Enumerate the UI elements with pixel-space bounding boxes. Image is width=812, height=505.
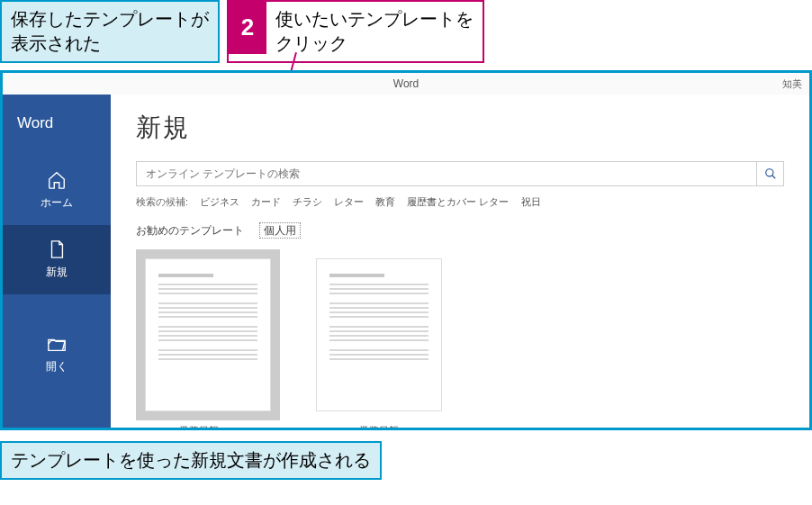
sidebar-item-open[interactable]: 開く bbox=[3, 320, 111, 389]
search-icon bbox=[764, 167, 777, 180]
suggest-link[interactable]: 履歴書とカバー レター bbox=[407, 196, 509, 207]
app-title: Word bbox=[393, 77, 419, 90]
step-number: 2 bbox=[229, 2, 266, 54]
callout-text: 保存したテンプレートが 表示された bbox=[11, 9, 209, 53]
app-logo: Word bbox=[3, 95, 111, 156]
sidebar-item-home[interactable]: ホーム bbox=[3, 156, 111, 225]
callout-result: テンプレートを使った新規文書が作成される bbox=[0, 441, 382, 480]
sidebar-label: 新規 bbox=[46, 265, 68, 280]
callout-text: 使いたいテンプレートを クリック bbox=[266, 2, 483, 61]
suggest-link[interactable]: 教育 bbox=[375, 196, 395, 207]
suggest-link[interactable]: 祝日 bbox=[521, 196, 541, 207]
template-label: 業務日報 bbox=[179, 424, 219, 428]
callout-text: テンプレートを使った新規文書が作成される bbox=[11, 450, 371, 470]
callout-saved-templates: 保存したテンプレートが 表示された bbox=[0, 0, 220, 63]
callout-step-2: 2 使いたいテンプレートを クリック bbox=[227, 0, 484, 63]
template-thumbnail bbox=[316, 258, 442, 411]
document-icon bbox=[47, 239, 67, 259]
tab-recommended[interactable]: お勧めのテンプレート bbox=[136, 224, 244, 237]
sidebar-label: ホーム bbox=[41, 195, 73, 211]
user-name: 知美 bbox=[782, 77, 802, 91]
template-card[interactable]: 業務日報 bbox=[307, 249, 451, 428]
search-input[interactable] bbox=[136, 161, 757, 186]
titlebar: Word 知美 bbox=[3, 73, 809, 95]
sidebar-label: 開く bbox=[46, 359, 68, 374]
suggest-link[interactable]: ビジネス bbox=[200, 196, 239, 207]
tab-personal[interactable]: 個人用 bbox=[259, 222, 301, 239]
word-window: Word 知美 Word ホーム 新規 開く bbox=[0, 70, 812, 430]
search-suggestions: 検索の候補: ビジネス カード チラシ レター 教育 履歴書とカバー レター 祝… bbox=[136, 195, 784, 209]
home-icon bbox=[47, 170, 67, 190]
pin-icon[interactable] bbox=[226, 425, 238, 428]
template-thumbnail bbox=[145, 258, 271, 411]
template-tabs: お勧めのテンプレート 個人用 bbox=[136, 223, 784, 239]
suggest-link[interactable]: カード bbox=[251, 196, 281, 207]
suggest-link[interactable]: レター bbox=[334, 196, 364, 207]
svg-line-1 bbox=[771, 176, 775, 179]
template-card[interactable]: 業務日報 bbox=[136, 249, 280, 428]
sidebar-item-new[interactable]: 新規 bbox=[3, 225, 111, 294]
template-label: 業務日報 bbox=[359, 424, 399, 428]
sidebar: Word ホーム 新規 開く bbox=[3, 95, 111, 428]
svg-point-0 bbox=[765, 169, 772, 176]
folder-open-icon bbox=[47, 334, 67, 354]
suggest-label: 検索の候補: bbox=[136, 196, 188, 207]
suggest-link[interactable]: チラシ bbox=[293, 196, 322, 207]
main-panel: 新規 検索の候補: ビジネス カード チラシ レター 教育 履歴書とカバー レ bbox=[111, 95, 809, 428]
page-title: 新規 bbox=[136, 111, 784, 145]
search-button[interactable] bbox=[757, 161, 784, 186]
